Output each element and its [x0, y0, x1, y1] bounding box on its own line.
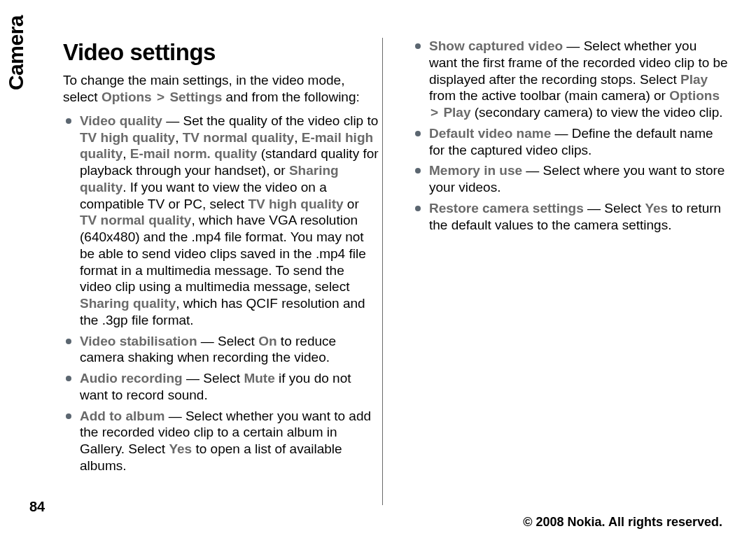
item-restore-camera-settings: Restore camera settings — Select Yes to … — [412, 200, 728, 234]
item-add-to-album: Add to album — Select whether you want t… — [63, 408, 379, 474]
copyright-footer: © 2008 Nokia. All rights reserved. — [523, 514, 722, 530]
body-text: Video settings To change the main settin… — [63, 38, 728, 486]
item-show-captured-video: Show captured video — Select whether you… — [412, 38, 728, 121]
item-default-video-name: Default video name — Define the default … — [412, 125, 728, 159]
page-title: Video settings — [63, 38, 379, 66]
item-video-stabilisation: Video stabilisation — Select On to reduc… — [63, 333, 379, 367]
column-divider — [382, 38, 383, 505]
item-audio-recording: Audio recording — Select Mute if you do … — [63, 370, 379, 404]
page-number: 84 — [29, 498, 45, 516]
item-memory-in-use: Memory in use — Select where you want to… — [412, 162, 728, 196]
intro-paragraph: To change the main settings, in the vide… — [63, 72, 379, 106]
item-video-quality: Video quality — Set the quality of the v… — [63, 113, 379, 329]
manual-page: Camera Video settings To change the main… — [0, 0, 756, 545]
section-label: Camera — [3, 15, 29, 90]
